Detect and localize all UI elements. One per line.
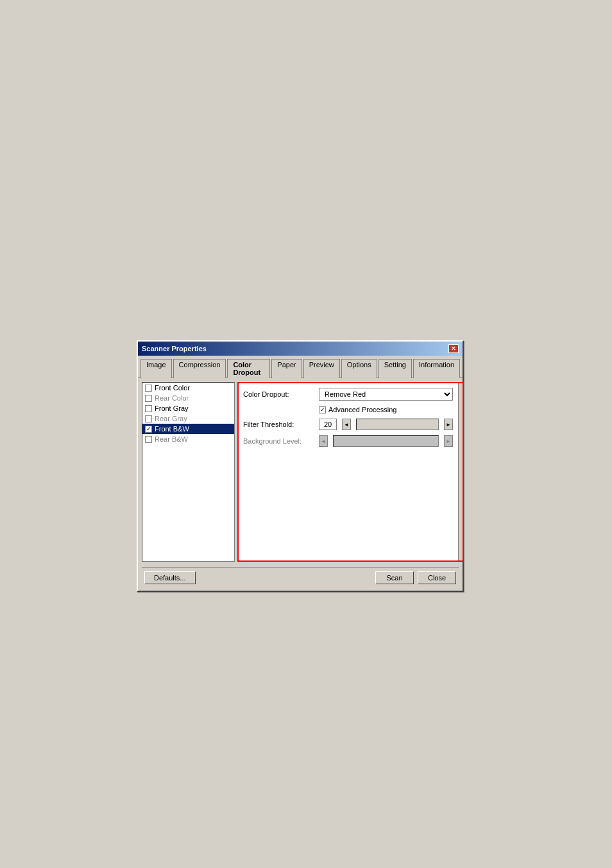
filter-threshold-label: Filter Threshold:	[243, 421, 314, 428]
tab-color-dropout[interactable]: Color Dropout	[227, 359, 270, 378]
background-level-right-arrow: ►	[444, 435, 453, 447]
tab-bar: Image Compression Color Dropout Paper Pr…	[138, 356, 463, 378]
list-item-rear-bw[interactable]: Rear B&W	[142, 434, 234, 444]
tab-compression[interactable]: Compression	[173, 359, 226, 378]
settings-panel: Color Dropout: None Remove Red Remove Gr…	[237, 382, 459, 562]
filter-threshold-track[interactable]	[356, 419, 439, 430]
title-bar-controls: ✕	[448, 344, 459, 353]
filter-threshold-row: Filter Threshold: 20 ◄ ►	[243, 419, 453, 430]
list-item-rear-gray[interactable]: Rear Gray	[142, 413, 234, 424]
background-level-label: Background Level:	[243, 437, 314, 445]
color-dropout-row: Color Dropout: None Remove Red Remove Gr…	[243, 388, 453, 401]
list-item-rear-color[interactable]: Rear Color	[142, 393, 234, 403]
defaults-button[interactable]: Defaults...	[144, 571, 196, 584]
tab-preview[interactable]: Preview	[303, 359, 340, 378]
tab-paper[interactable]: Paper	[271, 359, 302, 378]
close-icon[interactable]: ✕	[448, 344, 459, 353]
checkbox-rear-bw[interactable]	[145, 436, 152, 443]
filter-threshold-left-arrow[interactable]: ◄	[342, 419, 351, 430]
tab-options[interactable]: Options	[341, 359, 377, 378]
list-item-label: Front Gray	[155, 404, 189, 412]
background-level-track	[333, 435, 439, 447]
color-dropout-select[interactable]: None Remove Red Remove Green Remove Blue	[319, 388, 453, 401]
checkbox-rear-gray[interactable]	[145, 415, 152, 422]
scanner-properties-dialog: Scanner Properties ✕ Image Compression C…	[137, 340, 464, 592]
background-level-left-arrow: ◄	[319, 435, 328, 447]
close-button[interactable]: Close	[418, 571, 456, 584]
filter-threshold-value: 20	[319, 419, 337, 430]
background-level-row: Background Level: ◄ ►	[243, 435, 453, 447]
list-item-label: Rear Color	[155, 394, 189, 402]
color-dropout-dropdown-wrapper: None Remove Red Remove Green Remove Blue	[319, 388, 453, 401]
right-panel: Color Dropout: None Remove Red Remove Gr…	[237, 382, 459, 562]
advanced-processing-label: Advanced Processing	[328, 406, 396, 413]
list-item-label: Front B&W	[155, 425, 189, 433]
main-panel: Front Color Rear Color Front Gray Rear G…	[142, 382, 459, 562]
dialog-title: Scanner Properties	[142, 345, 207, 352]
list-item-front-color[interactable]: Front Color	[142, 383, 234, 393]
checkbox-front-gray[interactable]	[145, 405, 152, 412]
image-list: Front Color Rear Color Front Gray Rear G…	[142, 382, 235, 562]
dialog-content: Front Color Rear Color Front Gray Rear G…	[138, 378, 463, 591]
filter-threshold-right-arrow[interactable]: ►	[444, 419, 453, 430]
scan-button[interactable]: Scan	[375, 571, 414, 584]
tab-image[interactable]: Image	[140, 359, 172, 378]
advanced-processing-checkbox[interactable]: ✓	[319, 406, 326, 413]
color-dropout-label: Color Dropout:	[243, 390, 314, 398]
button-bar: Defaults... Scan Close	[142, 567, 459, 587]
right-buttons: Scan Close	[375, 571, 456, 584]
list-item-front-gray[interactable]: Front Gray	[142, 403, 234, 413]
list-item-label: Rear B&W	[155, 435, 188, 443]
list-item-label: Rear Gray	[155, 415, 187, 422]
list-item-label: Front Color	[155, 384, 190, 392]
list-item-front-bw[interactable]: ✓ Front B&W	[142, 424, 234, 434]
tab-setting[interactable]: Setting	[378, 359, 412, 378]
checkbox-rear-color[interactable]	[145, 395, 152, 402]
checkbox-front-color[interactable]	[145, 385, 152, 392]
tab-information[interactable]: Information	[413, 359, 460, 378]
advanced-processing-row: ✓ Advanced Processing	[243, 406, 453, 413]
checkbox-front-bw[interactable]: ✓	[145, 426, 152, 433]
title-bar: Scanner Properties ✕	[138, 342, 463, 356]
